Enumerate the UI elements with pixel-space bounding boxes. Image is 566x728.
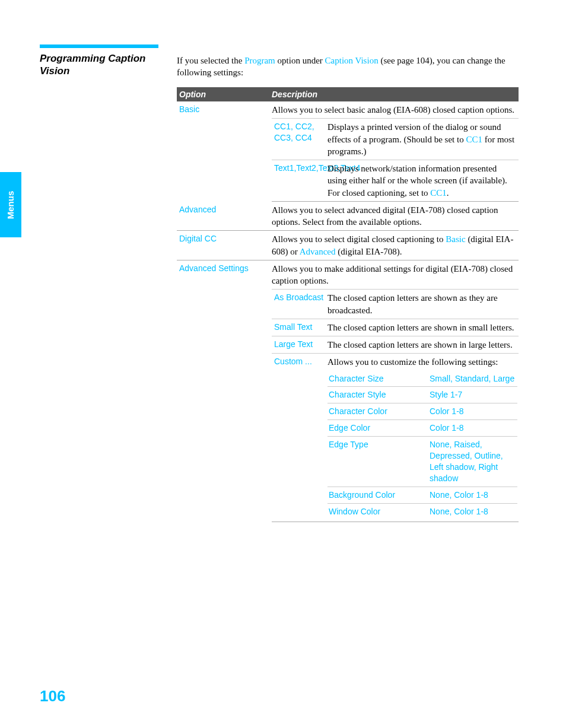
sub-desc-custom: Allows you to customize the following se…: [327, 356, 517, 519]
intro-text-2: option under: [275, 56, 325, 65]
sub-desc-cc: Displays a printed version of the dialog…: [327, 121, 517, 157]
table-header-row: Option Description: [177, 87, 519, 101]
link-advanced[interactable]: Advanced: [300, 247, 336, 256]
page-number: 106: [40, 687, 65, 705]
desc-basic: Allows you to select basic analog (EIA-6…: [272, 104, 517, 116]
sub-label-cc: CC1, CC2, CC3, CC4: [274, 121, 327, 157]
row-as-broadcast: As Broadcast The closed caption letters …: [272, 289, 519, 319]
custom-row-value: None, Color 1-8: [428, 503, 517, 519]
link-cc1-a[interactable]: CC1: [466, 135, 482, 144]
option-advanced: Advanced: [179, 204, 272, 228]
desc-advanced: Allows you to select advanced digital (E…: [272, 204, 517, 228]
link-program[interactable]: Program: [244, 56, 275, 65]
header-description: Description: [272, 90, 514, 99]
sub-desc-small-text: The closed caption letters are shown in …: [327, 322, 517, 333]
accent-bar: [40, 44, 158, 48]
custom-row-name: Background Color: [327, 487, 428, 503]
option-basic: Basic: [179, 104, 272, 116]
intro-text-1: If you selected the: [177, 56, 244, 65]
custom-row: Window ColorNone, Color 1-8: [327, 503, 517, 519]
custom-row-name: Character Color: [327, 403, 428, 420]
custom-row: Edge TypeNone, Raised, Depressed, Outlin…: [327, 437, 517, 487]
sub-desc-as-broadcast: The closed caption letters are shown as …: [327, 292, 517, 316]
link-cc1-b[interactable]: CC1: [430, 188, 447, 198]
link-caption-vision[interactable]: Caption Vision: [325, 56, 379, 65]
section-title: Programming Caption Vision: [40, 52, 158, 78]
row-advanced: Advanced Allows you to select advanced d…: [177, 202, 519, 231]
options-table: Option Description Basic Allows you to s…: [177, 87, 519, 522]
sub-label-custom: Custom ...: [274, 356, 327, 519]
custom-row: Edge ColorColor 1-8: [327, 420, 517, 437]
custom-row-value: None, Raised, Depressed, Outline, Left s…: [428, 437, 517, 487]
row-digital-cc: Digital CC Allows you to select digital …: [177, 231, 519, 260]
custom-row-value: Style 1-7: [428, 387, 517, 403]
sub-label-small-text: Small Text: [274, 322, 327, 333]
row-advanced-settings: Advanced Settings Allows you to make add…: [177, 260, 519, 290]
side-tab-label: Menus: [6, 190, 16, 219]
row-small-text: Small Text The closed caption letters ar…: [272, 319, 519, 336]
header-option: Option: [179, 90, 272, 99]
sub-label-large-text: Large Text: [274, 339, 327, 351]
custom-row: Character StyleStyle 1-7: [327, 387, 517, 403]
sub-desc-text: Displays network/station information pre…: [327, 163, 517, 199]
side-tab-menus: Menus: [0, 172, 21, 237]
custom-row-name: Character Style: [327, 387, 428, 403]
custom-settings-table: Character SizeSmall, Standard, LargeChar…: [327, 371, 517, 520]
desc-digital-cc: Allows you to select digital closed capt…: [272, 233, 517, 257]
desc-advanced-settings: Allows you to make additional settings f…: [272, 263, 517, 287]
option-advanced-settings: Advanced Settings: [179, 263, 272, 287]
option-digital-cc: Digital CC: [179, 233, 272, 257]
custom-row-value: Color 1-8: [428, 403, 517, 420]
intro-paragraph: If you selected the Program option under…: [177, 55, 519, 79]
custom-row-name: Edge Color: [327, 420, 428, 437]
custom-row-value: None, Color 1-8: [428, 487, 517, 503]
custom-row-value: Small, Standard, Large: [428, 371, 517, 387]
custom-row-name: Window Color: [327, 503, 428, 519]
custom-row: Character SizeSmall, Standard, Large: [327, 371, 517, 387]
custom-row-name: Character Size: [327, 371, 428, 387]
row-large-text: Large Text The closed caption letters ar…: [272, 336, 519, 353]
custom-row-value: Color 1-8: [428, 420, 517, 437]
row-basic-cc: CC1, CC2, CC3, CC4 Displays a printed ve…: [272, 118, 519, 160]
link-basic[interactable]: Basic: [446, 234, 465, 244]
sub-label-as-broadcast: As Broadcast: [274, 292, 327, 316]
row-basic: Basic Allows you to select basic analog …: [177, 101, 519, 118]
row-basic-text: Text1,Text2,Text3,Text4 Displays network…: [272, 160, 519, 202]
custom-row: Character ColorColor 1-8: [327, 403, 517, 420]
sub-label-text: Text1,Text2,Text3,Text4: [274, 163, 327, 199]
custom-row: Background ColorNone, Color 1-8: [327, 487, 517, 503]
sub-desc-large-text: The closed caption letters are shown in …: [327, 339, 517, 351]
row-custom: Custom ... Allows you to customize the f…: [272, 353, 519, 522]
custom-row-name: Edge Type: [327, 437, 428, 487]
